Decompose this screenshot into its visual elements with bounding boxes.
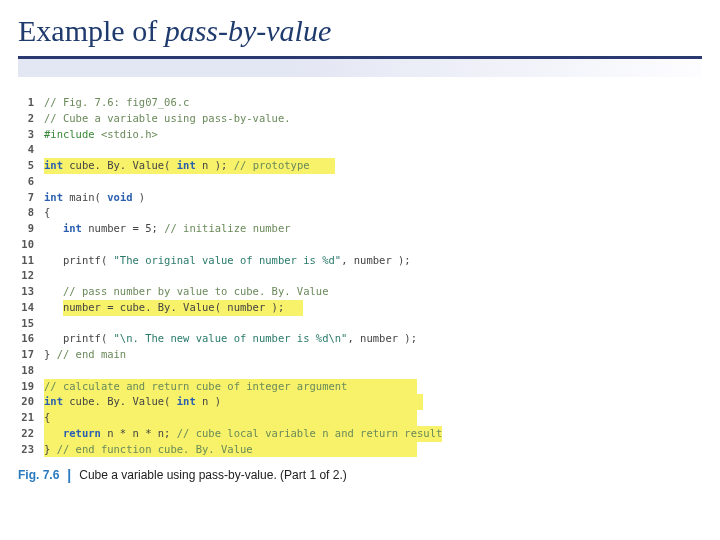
code-line: 16 printf( "\n. The new value of number … [18, 331, 702, 347]
code-text: return n * n * n; // cube local variable… [44, 426, 442, 442]
code-line: 3#include <stdio.h> [18, 127, 702, 143]
code-line: 14 number = cube. By. Value( number ); [18, 300, 702, 316]
figure-label: Fig. 7.6 [18, 468, 59, 482]
code-line: 5int cube. By. Value( int n ); // protot… [18, 158, 702, 174]
code-text: { [44, 410, 417, 426]
title-italic: pass-by-value [165, 14, 332, 47]
code-text: printf( "\n. The new value of number is … [44, 331, 417, 347]
code-text: // calculate and return cube of integer … [44, 379, 417, 395]
code-text: // Fig. 7.6: fig07_06.c [44, 95, 189, 111]
code-line: 4 [18, 142, 702, 158]
code-line: 22 return n * n * n; // cube local varia… [18, 426, 702, 442]
line-number: 11 [18, 253, 44, 269]
line-number: 21 [18, 410, 44, 426]
line-number: 22 [18, 426, 44, 442]
title-wrap: Example of pass-by-value [0, 0, 720, 52]
code-line: 11 printf( "The original value of number… [18, 253, 702, 269]
line-number: 3 [18, 127, 44, 143]
code-line: 17} // end main [18, 347, 702, 363]
highlight: { [44, 410, 417, 426]
code-text: number = cube. By. Value( number ); [44, 300, 303, 316]
title-gradient [18, 59, 702, 77]
line-number: 6 [18, 174, 44, 190]
line-number: 20 [18, 394, 44, 410]
line-number: 15 [18, 316, 44, 332]
code-text: { [44, 205, 50, 221]
code-text: // Cube a variable using pass-by-value. [44, 111, 291, 127]
code-listing: 1// Fig. 7.6: fig07_06.c2// Cube a varia… [18, 95, 702, 457]
line-number: 8 [18, 205, 44, 221]
slide-title: Example of pass-by-value [18, 14, 702, 48]
code-line: 15 [18, 316, 702, 332]
code-line: 7int main( void ) [18, 190, 702, 206]
caption-text: Cube a variable using pass-by-value. (Pa… [79, 468, 346, 482]
title-prefix: Example of [18, 14, 165, 47]
line-number: 5 [18, 158, 44, 174]
code-line: 19// calculate and return cube of intege… [18, 379, 702, 395]
line-number: 14 [18, 300, 44, 316]
code-line: 20int cube. By. Value( int n ) [18, 394, 702, 410]
line-number: 2 [18, 111, 44, 127]
caption-separator: | [67, 467, 71, 483]
highlight: } // end function cube. By. Value [44, 442, 417, 458]
slide: Example of pass-by-value 1// Fig. 7.6: f… [0, 0, 720, 540]
highlight: return n * n * n; // cube local variable… [44, 426, 442, 442]
code-text: // pass number by value to cube. By. Val… [44, 284, 328, 300]
line-number: 4 [18, 142, 44, 158]
code-line: 8{ [18, 205, 702, 221]
highlight: int cube. By. Value( int n ) [44, 394, 423, 410]
code-text: int cube. By. Value( int n ) [44, 394, 423, 410]
code-line: 18 [18, 363, 702, 379]
code-line: 23} // end function cube. By. Value [18, 442, 702, 458]
code-line: 10 [18, 237, 702, 253]
line-number: 12 [18, 268, 44, 284]
code-text: int number = 5; // initialize number [44, 221, 291, 237]
code-line: 9 int number = 5; // initialize number [18, 221, 702, 237]
line-number: 19 [18, 379, 44, 395]
line-number: 23 [18, 442, 44, 458]
code-text: } // end main [44, 347, 126, 363]
line-number: 9 [18, 221, 44, 237]
line-number: 13 [18, 284, 44, 300]
line-number: 1 [18, 95, 44, 111]
line-number: 17 [18, 347, 44, 363]
line-number: 10 [18, 237, 44, 253]
code-text: int main( void ) [44, 190, 145, 206]
code-text: printf( "The original value of number is… [44, 253, 411, 269]
code-line: 1// Fig. 7.6: fig07_06.c [18, 95, 702, 111]
line-number: 16 [18, 331, 44, 347]
code-text: #include <stdio.h> [44, 127, 158, 143]
code-text: } // end function cube. By. Value [44, 442, 417, 458]
code-line: 6 [18, 174, 702, 190]
code-line: 13 // pass number by value to cube. By. … [18, 284, 702, 300]
highlight: number = cube. By. Value( number ); [63, 300, 303, 316]
highlight: int cube. By. Value( int n ); // prototy… [44, 158, 335, 174]
code-line: 12 [18, 268, 702, 284]
code-line: 21{ [18, 410, 702, 426]
code-line: 2// Cube a variable using pass-by-value. [18, 111, 702, 127]
line-number: 18 [18, 363, 44, 379]
highlight: // calculate and return cube of integer … [44, 379, 417, 395]
code-text: int cube. By. Value( int n ); // prototy… [44, 158, 335, 174]
figure-caption: Fig. 7.6 | Cube a variable using pass-by… [18, 467, 702, 483]
line-number: 7 [18, 190, 44, 206]
